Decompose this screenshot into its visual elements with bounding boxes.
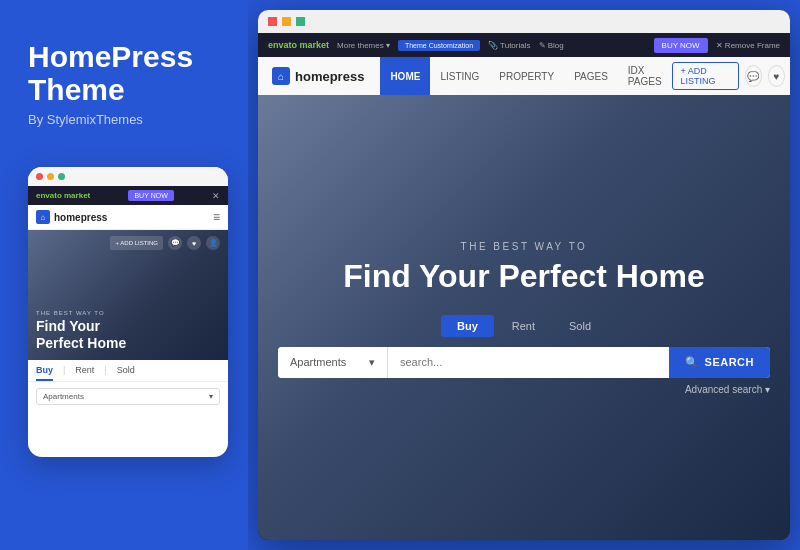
desktop-advanced-search-label[interactable]: Advanced search ▾ <box>685 384 770 395</box>
theme-title: HomePress Theme <box>28 40 220 106</box>
mobile-select-arrow: ▾ <box>209 392 213 401</box>
desktop-tab-sold[interactable]: Sold <box>553 315 607 337</box>
desktop-remove-frame[interactable]: ✕ Remove Frame <box>716 41 780 50</box>
desktop-search-btn-label: SEARCH <box>705 356 754 368</box>
desktop-tab-rent[interactable]: Rent <box>496 315 551 337</box>
desktop-nav-home[interactable]: HOME <box>380 57 430 95</box>
desktop-dot-green <box>296 17 305 26</box>
mobile-mockup: envato market BUY NOW ✕ ⌂ homepress ≡ + … <box>28 167 228 457</box>
mobile-search-area: Apartments ▾ <box>28 382 228 411</box>
mobile-hero-title-line1: Find Your <box>36 318 100 334</box>
desktop-chrome <box>258 10 790 33</box>
left-panel: HomePress Theme By StylemixThemes envato… <box>0 0 248 550</box>
mobile-hamburger-icon[interactable]: ≡ <box>213 210 220 224</box>
desktop-more-themes[interactable]: More themes ▾ <box>337 41 390 50</box>
desktop-nav-property[interactable]: PROPERTY <box>489 57 564 95</box>
mobile-hero-title-line2: Perfect Home <box>36 335 126 351</box>
desktop-search-btn[interactable]: 🔍 SEARCH <box>669 347 770 378</box>
desktop-theme-customization[interactable]: Theme Customization <box>398 40 480 51</box>
desktop-nav-chat-icon[interactable]: 💬 <box>745 65 762 87</box>
mobile-tab-sep-1: | <box>63 365 65 381</box>
desktop-hero: THE BEST WAY TO Find Your Perfect Home B… <box>258 95 790 540</box>
mobile-tab-rent[interactable]: Rent <box>75 365 94 381</box>
desktop-nav-links: HOME LISTING PROPERTY PAGES IDX PAGES <box>380 57 671 95</box>
mobile-buy-now-btn[interactable]: BUY NOW <box>128 190 173 201</box>
mobile-hero-icons: + ADD LISTING 💬 ♥ 👤 <box>110 236 220 250</box>
mobile-chrome-dots <box>28 167 228 186</box>
desktop-search-select[interactable]: Apartments ▾ <box>278 347 388 378</box>
dot-yellow <box>47 173 54 180</box>
desktop-nav: ⌂ homepress HOME LISTING PROPERTY PAGES … <box>258 57 790 95</box>
mobile-hero-title: Find Your Perfect Home <box>36 318 220 352</box>
dot-green <box>58 173 65 180</box>
desktop-hero-tagline: THE BEST WAY TO <box>461 241 588 252</box>
desktop-dot-red <box>268 17 277 26</box>
desktop-nav-idxpages[interactable]: IDX PAGES <box>618 57 672 95</box>
desktop-nav-logo-icon: ⌂ <box>272 67 290 85</box>
mobile-add-listing-btn[interactable]: + ADD LISTING <box>110 236 163 250</box>
mobile-logo-text: homepress <box>54 212 107 223</box>
mobile-nav: ⌂ homepress ≡ <box>28 205 228 230</box>
desktop-tab-buy[interactable]: Buy <box>441 315 494 337</box>
mobile-icon-btn-user[interactable]: 👤 <box>206 236 220 250</box>
theme-title-line2: Theme <box>28 73 125 106</box>
mobile-hero-tagline: THE BEST WAY TO <box>36 310 220 316</box>
desktop-blog[interactable]: ✎ Blog <box>539 41 564 50</box>
desktop-tutorials[interactable]: 📎 Tutorials <box>488 41 530 50</box>
mobile-envato-logo: envato market <box>36 191 90 200</box>
desktop-search-input[interactable] <box>388 347 669 378</box>
desktop-search-tabs: Buy Rent Sold <box>441 315 607 337</box>
mobile-icon-btn-heart[interactable]: ♥ <box>187 236 201 250</box>
dot-red <box>36 173 43 180</box>
desktop-nav-heart-icon[interactable]: ♥ <box>768 65 785 87</box>
desktop-nav-pages[interactable]: PAGES <box>564 57 618 95</box>
mobile-add-listing-label: + ADD LISTING <box>115 240 158 246</box>
desktop-search-icon: 🔍 <box>685 356 700 369</box>
mobile-tab-sep-2: | <box>104 365 106 381</box>
theme-title-line1: HomePress <box>28 40 193 73</box>
mobile-close-icon[interactable]: ✕ <box>212 191 220 201</box>
mobile-top-bar: envato market BUY NOW ✕ <box>28 186 228 205</box>
mobile-logo-icon: ⌂ <box>36 210 50 224</box>
desktop-advanced-search: Advanced search ▾ <box>278 384 770 395</box>
desktop-nav-logo: ⌂ homepress <box>272 67 364 85</box>
desktop-search-bar: Apartments ▾ 🔍 SEARCH <box>278 347 770 378</box>
desktop-envato-bar: envato market More themes ▾ Theme Custom… <box>258 33 790 57</box>
desktop-buy-now-btn[interactable]: BUY NOW <box>654 38 708 53</box>
mobile-tab-buy[interactable]: Buy <box>36 365 53 381</box>
desktop-envato-logo: envato market <box>268 40 329 50</box>
desktop-nav-listing[interactable]: LISTING <box>430 57 489 95</box>
desktop-select-label: Apartments <box>290 356 346 368</box>
desktop-select-arrow: ▾ <box>369 356 375 369</box>
mobile-logo-area: ⌂ homepress <box>36 210 107 224</box>
desktop-hero-title: Find Your Perfect Home <box>343 258 705 295</box>
right-panel: envato market More themes ▾ Theme Custom… <box>258 10 790 540</box>
mobile-select-bar[interactable]: Apartments ▾ <box>36 388 220 405</box>
desktop-dot-yellow <box>282 17 291 26</box>
mobile-select-label: Apartments <box>43 392 84 401</box>
mobile-tab-sold[interactable]: Sold <box>117 365 135 381</box>
theme-author: By StylemixThemes <box>28 112 220 127</box>
desktop-nav-logo-text: homepress <box>295 69 364 84</box>
desktop-tc-label: Theme Customization <box>405 42 473 49</box>
desktop-nav-actions: + ADD LISTING 💬 ♥ 👤 <box>672 62 790 90</box>
desktop-add-listing-btn[interactable]: + ADD LISTING <box>672 62 739 90</box>
mobile-icon-btn-chat[interactable]: 💬 <box>168 236 182 250</box>
mobile-hero: + ADD LISTING 💬 ♥ 👤 THE BEST WAY TO Find… <box>28 230 228 360</box>
mobile-tabs: Buy | Rent | Sold <box>28 360 228 382</box>
